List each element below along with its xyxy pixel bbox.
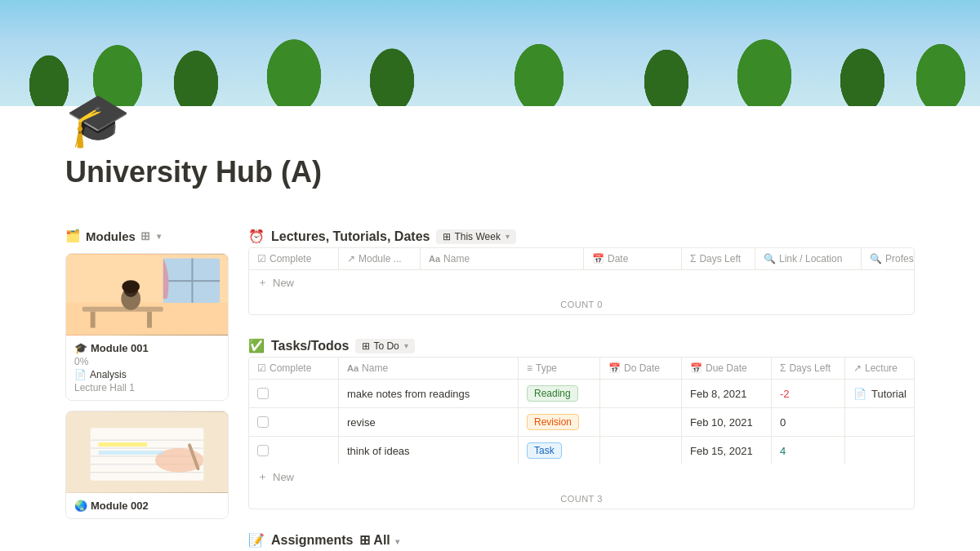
tasks-icon: ✅: [248, 338, 265, 353]
module-001-info: 🎓 Module 001 0% 📄 Analysis Lecture Hall …: [66, 335, 228, 400]
task-0-type-badge: Reading: [527, 385, 578, 402]
task-1-duedate: Feb 10, 2021: [690, 416, 753, 429]
tasks-table: ☑ Complete Aa Name ≡ Type 📅 Do Date: [248, 357, 915, 509]
task-0-name-cell: make notes from readings: [339, 380, 519, 407]
tasks-new-row[interactable]: ＋ New: [249, 464, 914, 489]
modules-icon: 🗂️: [65, 229, 81, 243]
task-2-duedate: Feb 15, 2021: [690, 445, 753, 457]
lectures-filter-label: This Week: [454, 231, 500, 242]
task-row-1[interactable]: revise Revision Feb 10, 2021 0: [249, 408, 914, 437]
assignments-filter-grid-icon: ⊞: [359, 533, 370, 547]
tasks-filter-pill[interactable]: ⊞ To Do ▾: [355, 339, 414, 353]
module-001-icon: 🎓: [74, 342, 87, 354]
task-2-name: think of ideas: [347, 445, 410, 457]
module-002-card[interactable]: 🌏 Module 002: [65, 411, 229, 519]
assignments-filter-pill[interactable]: ⊞ All ▾: [359, 532, 399, 548]
tasks-col-days: Σ Days Left: [772, 358, 845, 379]
task-0-duedate: Feb 8, 2021: [690, 388, 746, 400]
task-2-lecture-cell: [845, 437, 915, 464]
tasks-text-icon: Aa: [347, 363, 359, 373]
lectures-section: ⏰ Lectures, Tutorials, Dates ⊞ This Week…: [248, 229, 915, 315]
tasks-section-header: ✅ Tasks/Todos ⊞ To Do ▾: [248, 338, 915, 353]
lectures-filter-chevron-icon: ▾: [506, 232, 510, 241]
tasks-rows-container: make notes from readings Reading Feb 8, …: [249, 380, 914, 464]
graduation-cap-icon: 🎓: [65, 90, 131, 151]
task-2-days-cell: 4: [772, 437, 845, 464]
task-2-days: 4: [780, 445, 786, 457]
tasks-col-duedate: 📅 Due Date: [682, 358, 772, 379]
task-2-type-cell: Task: [519, 437, 600, 464]
tasks-col-name: Aa Name: [339, 358, 519, 379]
tasks-sigma-icon: Σ: [780, 362, 786, 374]
svg-rect-7: [147, 312, 152, 328]
check-icon: ☑: [257, 253, 266, 264]
date-icon: 📅: [592, 253, 604, 264]
lectures-col-name: Aa Name: [421, 248, 584, 269]
modules-grid-icon[interactable]: ⊞: [140, 229, 150, 242]
banner-trees: [0, 0, 980, 106]
lectures-icon: ⏰: [248, 229, 265, 244]
assignments-icon: 📝: [248, 532, 265, 548]
svg-rect-21: [99, 451, 163, 455]
tasks-dodate-icon: 📅: [608, 362, 621, 374]
task-1-days-cell: 0: [772, 408, 845, 436]
main-content: ⏰ Lectures, Tutorials, Dates ⊞ This Week…: [248, 229, 915, 548]
assignments-filter-label: All: [373, 533, 390, 547]
task-1-type-badge: Revision: [527, 414, 579, 430]
page-title: University Hub (A): [65, 155, 915, 189]
module-001-sub: 📄 Analysis: [74, 369, 220, 380]
sidebar: 🗂️ Modules ⊞ ▾: [65, 229, 229, 548]
module-001-name: 🎓 Module 001: [74, 342, 220, 354]
tasks-filter-grid-icon: ⊞: [362, 340, 370, 352]
task-1-complete-cell: [249, 408, 339, 436]
task-0-days-cell: -2: [772, 380, 845, 407]
task-1-days: 0: [780, 416, 786, 429]
main-layout: 🗂️ Modules ⊞ ▾: [0, 229, 980, 551]
task-row-2[interactable]: think of ideas Task Feb 15, 2021 4: [249, 437, 914, 464]
tasks-filter-chevron-icon: ▾: [404, 341, 408, 350]
lectures-count: COUNT 0: [249, 295, 914, 314]
task-0-checkbox[interactable]: [257, 388, 269, 399]
task-2-duedate-cell: Feb 15, 2021: [682, 437, 772, 464]
lectures-col-days: Σ Days Left: [682, 248, 755, 269]
task-1-checkbox[interactable]: [257, 416, 269, 428]
module-001-doc-icon: 📄: [74, 369, 87, 380]
search-icon-prof: 🔍: [870, 253, 882, 264]
tasks-check-icon: ☑: [257, 362, 266, 374]
svg-point-10: [122, 280, 140, 293]
task-1-name-cell: revise: [339, 408, 519, 436]
module-002-icon: 🌏: [74, 500, 87, 512]
task-0-duedate-cell: Feb 8, 2021: [682, 380, 772, 407]
tasks-arrow-icon: ↗: [853, 362, 862, 374]
svg-rect-20: [99, 442, 147, 447]
assignments-section-header: 📝 Assignments ⊞ All ▾: [248, 532, 915, 548]
task-row-0[interactable]: make notes from readings Reading Feb 8, …: [249, 380, 914, 408]
tasks-filter-label: To Do: [373, 340, 399, 352]
task-0-name: make notes from readings: [347, 388, 470, 400]
lectures-col-prof: 🔍 Professor / Staff: [862, 248, 915, 269]
assignments-title: Assignments: [271, 533, 353, 548]
task-2-dodate-cell: [600, 437, 682, 464]
task-1-lecture-cell: [845, 408, 915, 436]
tasks-col-complete: ☑ Complete: [249, 358, 339, 379]
lectures-col-date: 📅 Date: [584, 248, 682, 269]
arrow-icon: ↗: [347, 253, 355, 264]
assignments-filter-chevron-icon: ▾: [395, 537, 399, 546]
task-2-checkbox[interactable]: [257, 445, 269, 456]
task-0-lecture-cell: 📄 Tutorial: [845, 380, 915, 407]
lectures-filter-pill[interactable]: ⊞ This Week ▾: [436, 229, 515, 244]
lectures-table: ☑ Complete ↗ Module ... Aa Name 📅 Date: [248, 247, 915, 315]
tasks-section: ✅ Tasks/Todos ⊞ To Do ▾ ☑ Complete Aa N: [248, 338, 915, 509]
svg-rect-6: [91, 312, 96, 328]
plus-icon: ＋: [257, 275, 268, 290]
lectures-new-row[interactable]: ＋ New: [249, 270, 914, 295]
tasks-duedate-icon: 📅: [690, 362, 702, 374]
module-001-card[interactable]: 🎓 Module 001 0% 📄 Analysis Lecture Hall …: [65, 253, 229, 401]
task-0-lecture: Tutorial: [871, 388, 906, 400]
sigma-icon: Σ: [690, 253, 696, 264]
lectures-col-link: 🔍 Link / Location: [755, 248, 862, 269]
modules-section-title: 🗂️ Modules ⊞ ▾: [65, 229, 229, 243]
module-001-percent: 0%: [74, 356, 220, 367]
tasks-title: Tasks/Todos: [271, 339, 349, 353]
modules-chevron-icon[interactable]: ▾: [157, 232, 161, 241]
